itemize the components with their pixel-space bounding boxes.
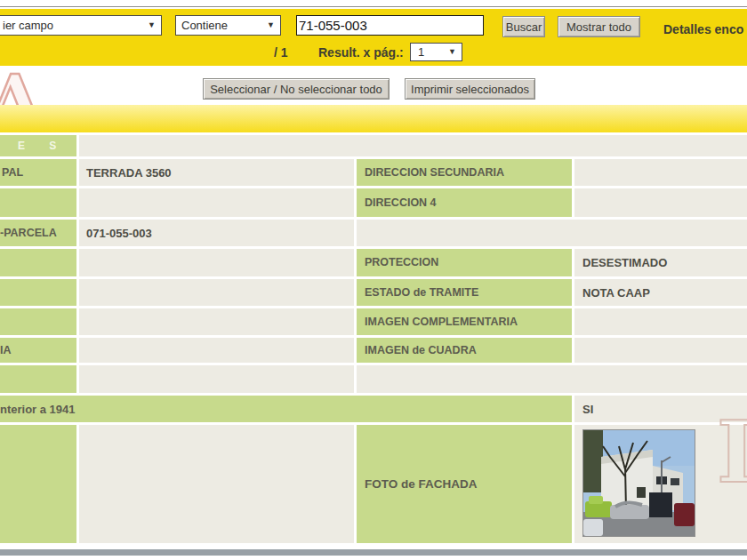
mostrar-todo-button[interactable]: Mostrar todo bbox=[558, 16, 640, 37]
value-imagen-complementaria bbox=[574, 308, 747, 335]
empty-value-cell bbox=[79, 249, 354, 276]
chevron-down-icon: ▼ bbox=[448, 48, 456, 56]
print-selected-button[interactable]: Imprimir seleccionados bbox=[405, 78, 535, 100]
label-foto-fachada: FOTO de FACHADA bbox=[357, 425, 572, 543]
value-estado-tramite: NOTA CAAP bbox=[574, 279, 747, 306]
yellow-divider-band bbox=[0, 105, 747, 132]
chevron-down-icon: ▼ bbox=[267, 21, 275, 29]
label-anterior-a-1941: nterior a 1941 bbox=[0, 396, 572, 422]
page-fraction: / 1 bbox=[274, 45, 288, 60]
empty-label-cell bbox=[0, 188, 76, 217]
detalles-encontrados-label: Detalles enco bbox=[663, 22, 743, 36]
label-imagen-cuadra: IMAGEN de CUADRA bbox=[357, 338, 572, 363]
value-proteccion: DESESTIMADO bbox=[574, 249, 747, 276]
search-input[interactable] bbox=[296, 15, 484, 36]
empty-value-strip bbox=[357, 220, 747, 246]
value-direccion-4 bbox=[574, 188, 747, 217]
section-header-cell: E S bbox=[0, 135, 76, 156]
toggle-select-all-button[interactable]: Seleccionar / No seleccionar todo bbox=[203, 78, 390, 100]
section-header-fragment: E S bbox=[18, 140, 67, 152]
letter-watermark-fragment: D bbox=[713, 400, 747, 498]
label-direccion-principal: PAL bbox=[0, 159, 76, 186]
label-estado-tramite: ESTADO de TRAMITE bbox=[357, 279, 572, 306]
empty-label-cell bbox=[0, 365, 76, 393]
bottom-status-bar bbox=[0, 549, 747, 556]
foto-fachada-thumbnail[interactable] bbox=[582, 429, 695, 537]
field-select[interactable]: ier campo ▼ bbox=[0, 15, 162, 36]
results-per-page-select[interactable]: 1 ▼ bbox=[410, 43, 462, 61]
empty-value-strip bbox=[357, 365, 747, 393]
label-proteccion: PROTECCION bbox=[357, 249, 572, 276]
empty-value-cell bbox=[79, 308, 354, 335]
value-imagen-cuadra bbox=[574, 338, 747, 363]
empty-label-cell bbox=[0, 249, 76, 276]
section-header-value-strip bbox=[79, 135, 747, 156]
chevron-down-icon: ▼ bbox=[148, 21, 156, 29]
value-direccion-principal: TERRADA 3560 bbox=[79, 159, 354, 186]
empty-value-cell bbox=[79, 425, 354, 543]
label-imagen-complementaria: IMAGEN COMPLEMENTARIA bbox=[357, 308, 572, 335]
empty-label-cell bbox=[0, 425, 76, 543]
empty-label-cell bbox=[0, 279, 76, 306]
empty-value-cell bbox=[79, 338, 354, 363]
top-border-line bbox=[0, 6, 747, 7]
results-per-page-value: 1 bbox=[418, 45, 424, 59]
label-direccion-secundaria: DIRECCION SECUNDARIA bbox=[357, 159, 572, 186]
app-window: ier campo ▼ Contiene ▼ Buscar Mostrar to… bbox=[0, 0, 747, 560]
operator-select-value: Contiene bbox=[181, 19, 228, 32]
field-select-value: ier campo bbox=[3, 19, 53, 32]
label-tipologia-fragment: IA bbox=[0, 338, 76, 363]
empty-value-cell bbox=[79, 365, 354, 393]
street-photo-image bbox=[583, 430, 695, 536]
buscar-button[interactable]: Buscar bbox=[502, 16, 545, 37]
empty-value-cell bbox=[79, 279, 354, 306]
svg-text:D: D bbox=[717, 403, 747, 498]
value-direccion-secundaria bbox=[574, 159, 747, 186]
label-direccion-4: DIRECCION 4 bbox=[357, 188, 572, 217]
operator-select[interactable]: Contiene ▼ bbox=[175, 15, 281, 36]
results-per-page-label: Result. x pág.: bbox=[318, 45, 404, 60]
empty-label-cell bbox=[0, 308, 76, 335]
empty-value-cell bbox=[79, 188, 354, 217]
value-manzana-parcela: 071-055-003 bbox=[79, 220, 354, 246]
label-manzana-parcela: -PARCELA bbox=[0, 220, 76, 246]
